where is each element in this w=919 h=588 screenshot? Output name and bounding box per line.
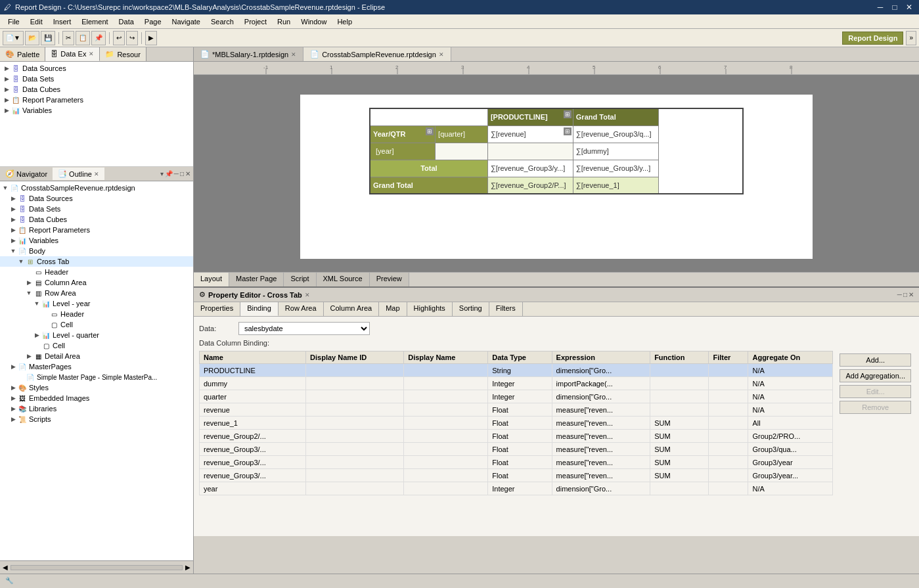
- menu-edit[interactable]: Edit: [25, 16, 48, 27]
- outline-variables[interactable]: ▶ 📊 Variables: [0, 235, 193, 246]
- outline-root[interactable]: ▼ 📄 CrosstabSampleRevenue.rptdesign: [0, 183, 193, 193]
- menu-insert[interactable]: Insert: [48, 16, 77, 27]
- outline-year-cell[interactable]: ▢ Cell: [0, 319, 193, 330]
- prop-tab-highlights[interactable]: Highlights: [407, 302, 453, 316]
- outline-scripts[interactable]: ▶ 📜 Scripts: [0, 414, 193, 424]
- outline-year-header[interactable]: ▭ Header: [0, 309, 193, 319]
- menu-help[interactable]: Help: [332, 16, 357, 27]
- tree-report-params[interactable]: ▶ 📋 Report Parameters: [0, 95, 193, 105]
- toolbar-paste[interactable]: 📌: [91, 31, 106, 45]
- outline-libraries[interactable]: ▶ 📚 Libraries: [0, 403, 193, 414]
- tree-data-sets[interactable]: ▶ 🗄 Data Sets: [0, 74, 193, 84]
- toolbar-redo[interactable]: ↪: [126, 31, 138, 45]
- outline-report-params[interactable]: ▶ 📋 Report Parameters: [0, 225, 193, 235]
- tree-variables[interactable]: ▶ 📊 Variables: [0, 105, 193, 116]
- editor-tab-mblsalary[interactable]: 📄 *MBLSalary-1.rptdesign ✕: [194, 47, 303, 61]
- outline-row-area[interactable]: ▼ ▥ Row Area: [0, 288, 193, 298]
- layout-tab-xml[interactable]: XML Source: [317, 273, 370, 286]
- outline-master-pages[interactable]: ▶ 📄 MasterPages: [0, 361, 193, 372]
- prop-tab-binding[interactable]: Binding: [240, 302, 279, 316]
- data-select[interactable]: salesbydate: [238, 322, 370, 335]
- minimize-btn[interactable]: ─: [874, 1, 886, 13]
- outline-body[interactable]: ▼ 📄 Body: [0, 246, 193, 256]
- bottom-scroll[interactable]: ◀ ▶: [0, 560, 193, 574]
- menu-element[interactable]: Element: [76, 16, 113, 27]
- tab-data-explorer[interactable]: 🗄 Data Ex ✕: [45, 47, 100, 61]
- layout-tab-layout[interactable]: Layout: [194, 273, 229, 286]
- menu-data[interactable]: Data: [114, 16, 139, 27]
- toolbar-open[interactable]: 📂: [25, 31, 39, 45]
- remove-button[interactable]: Remove: [840, 401, 911, 414]
- outline-data-sources[interactable]: ▶ 🗄 Data Sources: [0, 193, 193, 204]
- ct-revenue-group3y2-cell[interactable]: ∑[revenue_Group3/y...]: [573, 160, 658, 177]
- edit-button[interactable]: Edit...: [840, 385, 911, 398]
- maximize-btn[interactable]: □: [889, 1, 901, 13]
- crosstab-close-icon[interactable]: ✕: [439, 51, 444, 58]
- prop-tab-column-area[interactable]: Column Area: [324, 302, 380, 316]
- layout-tab-master[interactable]: Master Page: [229, 273, 284, 286]
- tree-data-cubes[interactable]: ▶ 🗄 Data Cubes: [0, 84, 193, 95]
- table-row[interactable]: PRODUCTLINEStringdimension["Gro...N/A: [200, 364, 833, 377]
- toolbar-cut[interactable]: ✂: [62, 31, 74, 45]
- report-design-button[interactable]: Report Design: [842, 32, 903, 45]
- table-row[interactable]: revenue_Group2/...Floatmeasure["reven...…: [200, 430, 833, 443]
- editor-tab-crosstab[interactable]: 📄 CrosstabSampleRevenue.rptdesign ✕: [303, 47, 451, 61]
- tab-resources[interactable]: 📁 Resour: [100, 47, 146, 61]
- table-row[interactable]: revenue_Group3/...Floatmeasure["reven...…: [200, 456, 833, 469]
- menu-run[interactable]: Run: [272, 16, 296, 27]
- nav-minimize-btn[interactable]: ─: [174, 170, 179, 177]
- nav-collapse-btn[interactable]: ▾: [160, 170, 164, 177]
- layout-tab-script[interactable]: Script: [284, 273, 316, 286]
- prop-close-btn[interactable]: ✕: [908, 291, 914, 298]
- tree-data-sources[interactable]: ▶ 🗄 Data Sources: [0, 63, 193, 74]
- menu-file[interactable]: File: [3, 16, 25, 27]
- ct-revenue1-cell[interactable]: ∑[revenue_1]: [573, 177, 658, 194]
- menu-window[interactable]: Window: [296, 16, 332, 27]
- ct-quarter-cell[interactable]: [quarter]: [436, 125, 488, 143]
- outline-level-quarter[interactable]: ▶ 📊 Level - quarter: [0, 330, 193, 340]
- prop-tab-row-area[interactable]: Row Area: [279, 302, 324, 316]
- outline-styles[interactable]: ▶ 🎨 Styles: [0, 382, 193, 393]
- prop-tab-sorting[interactable]: Sorting: [453, 302, 489, 316]
- ct-revenue-group2p-cell[interactable]: ∑[revenue_Group2/P...]: [487, 177, 573, 194]
- prop-tab-properties[interactable]: Properties: [194, 302, 240, 316]
- ct-revenue-group3y1-cell[interactable]: ∑[revenue_Group3/y...]: [487, 160, 573, 177]
- toolbar-copy[interactable]: 📋: [76, 31, 90, 45]
- outline-column-area[interactable]: ▶ ▤ Column Area: [0, 277, 193, 288]
- outline-embedded-images[interactable]: ▶ 🖼 Embedded Images: [0, 393, 193, 403]
- ct-dummy-cell[interactable]: ∑[dummy]: [573, 143, 658, 160]
- nav-close-btn[interactable]: ✕: [185, 170, 191, 177]
- ct-year-cell[interactable]: [year]: [370, 143, 436, 160]
- add-button[interactable]: Add...: [840, 353, 911, 367]
- toolbar-undo[interactable]: ↩: [113, 31, 125, 45]
- prop-tab-filters[interactable]: Filters: [489, 302, 523, 316]
- layout-tab-preview[interactable]: Preview: [370, 273, 409, 286]
- prop-editor-close-icon[interactable]: ✕: [305, 292, 310, 298]
- table-row[interactable]: dummyIntegerimportPackage(...N/A: [200, 377, 833, 390]
- table-row[interactable]: yearIntegerdimension["Gro...N/A: [200, 482, 833, 495]
- tab-outline[interactable]: 📑 Outline ✕: [53, 168, 104, 180]
- tab-palette[interactable]: 🎨 Palette: [0, 47, 45, 61]
- scroll-right-btn[interactable]: ▶: [185, 564, 191, 571]
- prop-tab-map[interactable]: Map: [379, 302, 407, 316]
- outline-data-cubes[interactable]: ▶ 🗄 Data Cubes: [0, 214, 193, 225]
- toolbar-save[interactable]: 💾: [41, 31, 55, 45]
- outline-header[interactable]: ▭ Header: [0, 267, 193, 277]
- prop-minimize-btn[interactable]: ─: [897, 291, 902, 298]
- outline-close-icon[interactable]: ✕: [94, 171, 99, 177]
- table-row[interactable]: revenue_Group3/...Floatmeasure["reven...…: [200, 443, 833, 456]
- nav-pin-btn[interactable]: 📌: [165, 170, 173, 177]
- table-row[interactable]: quarterIntegerdimension["Gro...N/A: [200, 390, 833, 403]
- title-bar-right[interactable]: ─ □ ✕: [874, 1, 915, 13]
- ct-productline-cell[interactable]: [PRODUCTLINE] ⊞: [487, 108, 573, 125]
- ct-year-qtr-cell[interactable]: Year/QTR ⊞: [370, 125, 436, 143]
- table-row[interactable]: revenue_1Floatmeasure["reven...SUMAll: [200, 417, 833, 430]
- table-row[interactable]: revenue_Group3/...Floatmeasure["reven...…: [200, 469, 833, 482]
- menu-search[interactable]: Search: [206, 16, 239, 27]
- outline-simple-master[interactable]: 📄 Simple Master Page - Simple MasterPa..…: [0, 372, 193, 382]
- scroll-left-btn[interactable]: ◀: [3, 564, 8, 571]
- ct-productline-handle[interactable]: ⊞: [564, 110, 572, 118]
- ct-revenue-group3q-cell[interactable]: ∑[revenue_Group3/q...]: [573, 125, 658, 143]
- add-aggregation-button[interactable]: Add Aggregation...: [840, 369, 911, 382]
- ct-revenue-cell[interactable]: ∑[revenue] ⊞: [487, 125, 573, 143]
